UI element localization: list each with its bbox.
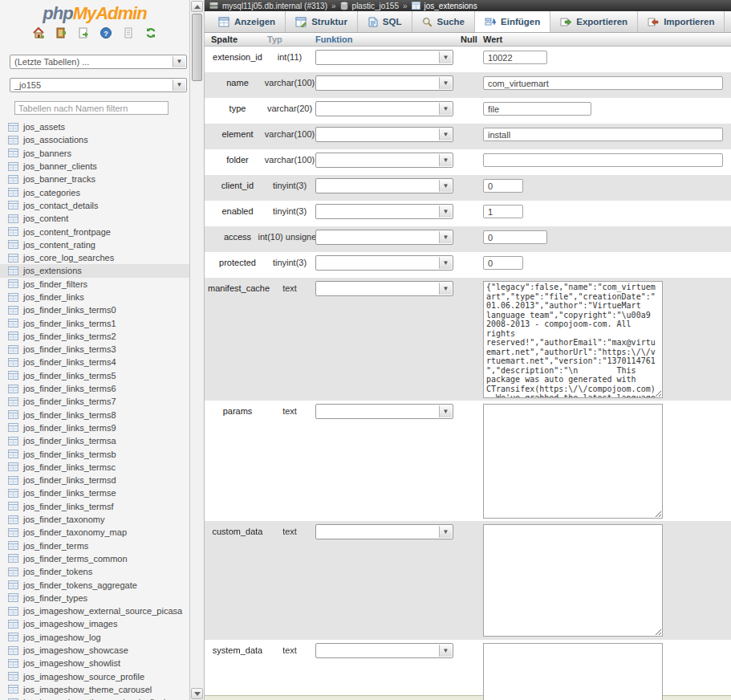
- function-select[interactable]: ▼: [315, 230, 453, 245]
- sidebar-table-item[interactable]: jos_finder_tokens: [0, 565, 189, 578]
- value-input[interactable]: [483, 102, 591, 116]
- tab-sql[interactable]: SQL: [358, 11, 412, 32]
- tab-exportieren[interactable]: Exportieren: [550, 11, 638, 32]
- breadcrumb-server[interactable]: mysql11j05.db.internal (#313): [222, 2, 327, 10]
- function-select[interactable]: ▼: [315, 524, 453, 539]
- value-input[interactable]: [483, 256, 523, 270]
- sidebar-table-item[interactable]: jos_finder_terms: [0, 539, 189, 552]
- tab-operationen[interactable]: Operationen: [725, 11, 731, 32]
- breadcrumb-table[interactable]: jos_extensions: [424, 2, 477, 10]
- sidebar-table-item[interactable]: jos_extensions: [0, 264, 189, 277]
- sidebar-table-item[interactable]: jos_finder_links_termsc: [0, 461, 189, 474]
- function-select[interactable]: ▼: [315, 101, 453, 116]
- scrollbar-thumb[interactable]: [192, 14, 202, 81]
- sidebar-table-item[interactable]: jos_finder_links_terms4: [0, 356, 189, 368]
- function-select[interactable]: ▼: [315, 404, 453, 419]
- sidebar-table-item[interactable]: jos_imageshow_log: [0, 631, 189, 644]
- help-icon[interactable]: ?: [99, 26, 112, 39]
- logout-icon[interactable]: [55, 26, 67, 39]
- function-select[interactable]: ▼: [315, 153, 453, 168]
- sidebar-table-item[interactable]: jos_finder_types: [0, 592, 189, 604]
- sidebar-table-item[interactable]: jos_contact_details: [0, 199, 189, 212]
- sidebar-table-item[interactable]: jos_finder_links_terms0: [0, 303, 189, 316]
- sidebar-table-item[interactable]: jos_finder_links_terms5: [0, 369, 189, 382]
- sidebar-table-item[interactable]: jos_content_rating: [0, 238, 189, 251]
- table-icon: [8, 123, 18, 132]
- sidebar-table-item[interactable]: jos_finder_links_termsb: [0, 447, 189, 460]
- sidebar-table-item[interactable]: jos_imageshow_source_profile: [0, 669, 189, 682]
- function-select[interactable]: ▼: [315, 50, 453, 65]
- sidebar-table-item[interactable]: jos_finder_links_terms7: [0, 395, 189, 408]
- sidebar-table-item[interactable]: jos_finder_links_terms8: [0, 409, 189, 421]
- sidebar-table-item[interactable]: jos_finder_links_terms1: [0, 316, 189, 329]
- sidebar-table-item[interactable]: jos_finder_links_termse: [0, 486, 189, 499]
- tab-einfuegen[interactable]: Einfügen: [475, 11, 550, 32]
- function-select[interactable]: ▼: [315, 281, 453, 296]
- sidebar-table-item[interactable]: jos_banner_tracks: [0, 173, 189, 185]
- function-select[interactable]: ▼: [315, 75, 453, 91]
- value-input[interactable]: [483, 230, 547, 244]
- value-input[interactable]: [483, 153, 723, 167]
- header-funktion[interactable]: Funktion: [312, 35, 461, 44]
- function-select[interactable]: ▼: [315, 204, 453, 219]
- breadcrumb-database[interactable]: plastic_jo155: [352, 2, 399, 10]
- function-select[interactable]: ▼: [315, 127, 453, 142]
- sidebar-scrollbar[interactable]: [190, 0, 205, 700]
- tab-importieren[interactable]: Importieren: [638, 11, 725, 32]
- sidebar-table-item[interactable]: jos_finder_filters: [0, 278, 189, 291]
- sidebar-table-item[interactable]: jos_banner_clients: [0, 160, 189, 173]
- value-input[interactable]: [483, 179, 523, 193]
- export-icon[interactable]: [77, 26, 90, 39]
- insert-row-access: access int(10) unsigned ▼: [205, 226, 731, 252]
- sidebar-table-item[interactable]: jos_content: [0, 212, 189, 225]
- sidebar-table-item[interactable]: jos_core_log_searches: [0, 251, 189, 264]
- function-select[interactable]: ▼: [315, 178, 453, 193]
- sidebar-table-item[interactable]: jos_finder_terms_common: [0, 552, 189, 565]
- table-filter-input[interactable]: [14, 101, 169, 115]
- sidebar-table-item[interactable]: jos_finder_links: [0, 291, 189, 303]
- tab-anzeigen[interactable]: Anzeigen: [209, 11, 286, 32]
- docs-icon[interactable]: [122, 26, 135, 39]
- sidebar-table-item[interactable]: jos_finder_tokens_aggregate: [0, 578, 189, 591]
- sidebar-table-item[interactable]: jos_content_frontpage: [0, 225, 189, 238]
- home-icon[interactable]: [32, 26, 45, 39]
- database-select[interactable]: _jo155▼: [10, 78, 187, 92]
- sidebar-table-item[interactable]: jos_imageshow_theme_carousel: [0, 683, 189, 696]
- value-input[interactable]: [483, 128, 723, 141]
- function-select[interactable]: ▼: [315, 643, 453, 658]
- function-select[interactable]: ▼: [315, 255, 453, 271]
- sidebar-table-item[interactable]: jos_categories: [0, 185, 189, 198]
- triangle-up-icon: [194, 5, 201, 9]
- refresh-icon[interactable]: [144, 26, 157, 39]
- sidebar-table-item[interactable]: jos_assets: [0, 120, 189, 133]
- sidebar-table-item[interactable]: jos_finder_links_terms3: [0, 343, 189, 356]
- sidebar-table-item[interactable]: jos_finder_links_terms6: [0, 382, 189, 395]
- sidebar-table-item[interactable]: jos_imageshow_showcase: [0, 644, 189, 657]
- sidebar-table-item[interactable]: jos_finder_links_termsf: [0, 500, 189, 513]
- sidebar-table-item[interactable]: jos_banners: [0, 147, 189, 160]
- sidebar-table-item[interactable]: jos_finder_links_terms2: [0, 330, 189, 343]
- sidebar-table-item[interactable]: jos_imageshow_images: [0, 617, 189, 630]
- sidebar-table-item[interactable]: jos_finder_links_terms9: [0, 421, 189, 434]
- value-textarea[interactable]: [483, 524, 663, 637]
- value-input[interactable]: [483, 76, 723, 90]
- value-textarea[interactable]: {"legacy":false,"name":"com_virtuemart",…: [483, 281, 663, 398]
- sidebar-table-item[interactable]: jos_finder_links_termsd: [0, 474, 189, 486]
- sidebar-table-item[interactable]: jos_imageshow_showlist: [0, 657, 189, 669]
- sidebar-table-item[interactable]: jos_imageshow_external_source_picasa: [0, 604, 189, 617]
- value-textarea[interactable]: [483, 404, 663, 519]
- sidebar-table-item[interactable]: jos_finder_taxonomy: [0, 513, 189, 526]
- scroll-up-button[interactable]: [191, 1, 203, 12]
- sidebar-table-item[interactable]: jos_finder_links_termsa: [0, 434, 189, 447]
- value-input[interactable]: [483, 205, 523, 218]
- sidebar-table-item[interactable]: jos_associations: [0, 133, 189, 146]
- sidebar-table-item[interactable]: jos_imageshow_theme_classic_flash: [0, 696, 189, 700]
- scroll-down-button[interactable]: [191, 688, 203, 699]
- value-textarea[interactable]: [483, 643, 663, 700]
- sidebar-table-item[interactable]: jos_finder_taxonomy_map: [0, 526, 189, 539]
- tab-struktur[interactable]: Struktur: [286, 11, 358, 32]
- recent-tables-select[interactable]: (Letzte Tabellen) ...▼: [10, 55, 187, 69]
- tab-suche[interactable]: Suche: [412, 11, 476, 32]
- value-input[interactable]: [483, 51, 547, 64]
- phpmyadmin-logo[interactable]: phpMyAdmin: [0, 0, 189, 21]
